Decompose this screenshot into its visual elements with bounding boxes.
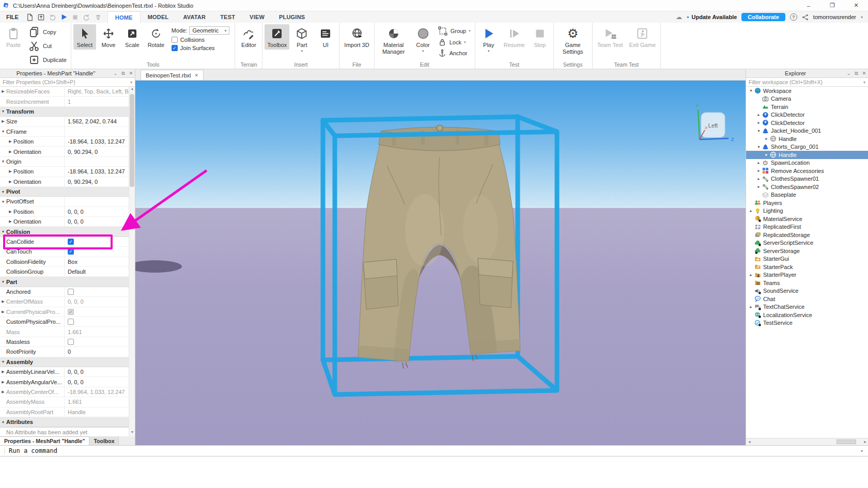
anchor-button[interactable]: Anchor bbox=[438, 49, 471, 58]
rotate-button[interactable]: Rotate bbox=[145, 24, 167, 50]
part-button[interactable]: Part▾ bbox=[290, 24, 313, 54]
chevron-right-icon[interactable]: ▶ bbox=[7, 169, 13, 174]
property-row-mass[interactable]: Mass1.661 bbox=[0, 327, 129, 337]
property-row-resizeablefaces[interactable]: ▶ResizeableFacesRight, Top, Back, Left, … bbox=[0, 87, 129, 97]
chevron-right-icon[interactable]: ▶ bbox=[7, 180, 13, 184]
filter-caret-icon[interactable]: ▾ bbox=[863, 80, 865, 85]
document-icon[interactable] bbox=[25, 12, 35, 22]
chevron-right-icon[interactable]: ▶ bbox=[0, 310, 6, 314]
filter-caret-icon[interactable]: ▾ bbox=[130, 80, 132, 85]
chevron-down-icon[interactable]: ▼ bbox=[0, 230, 6, 233]
scale-button[interactable]: Scale bbox=[121, 24, 144, 50]
maximize-icon[interactable]: ❐ bbox=[820, 0, 844, 11]
unchecked-checkbox-icon[interactable] bbox=[68, 289, 74, 295]
property-section-attributes[interactable]: ▼Attributes bbox=[0, 417, 129, 427]
panel-close-icon[interactable]: ✕ bbox=[127, 71, 135, 76]
chevron-down-icon[interactable]: ▾ bbox=[756, 145, 762, 149]
panel-collapse-icon[interactable]: ⌄ bbox=[845, 71, 853, 76]
user-menu-caret-icon[interactable]: ▾ bbox=[861, 15, 863, 20]
chevron-right-icon[interactable]: ▸ bbox=[756, 113, 762, 117]
play-icon[interactable] bbox=[59, 12, 69, 22]
color-button[interactable]: Color▾ bbox=[412, 24, 435, 54]
scroll-down-icon[interactable]: ▼ bbox=[129, 430, 135, 436]
update-available-label[interactable]: Update Available bbox=[692, 14, 737, 20]
copy-button[interactable]: Copy bbox=[28, 26, 67, 38]
tree-item-serverstorage[interactable]: ServerStorage bbox=[746, 247, 868, 255]
redo-icon[interactable] bbox=[48, 12, 58, 22]
chevron-right-icon[interactable]: ▸ bbox=[748, 273, 754, 277]
bottom-tab-toolbox[interactable]: Toolbox bbox=[89, 436, 119, 445]
chevron-right-icon[interactable]: ▸ bbox=[748, 305, 754, 309]
property-section-assembly[interactable]: ▼Assembly bbox=[0, 357, 129, 367]
property-row-currentphysicalpro-[interactable]: ▶CurrentPhysicalPro...✓ bbox=[0, 307, 129, 317]
scroll-left-icon[interactable]: ◂ bbox=[746, 438, 753, 445]
tree-item-replicatedfirst[interactable]: ReplicatedFirst bbox=[746, 223, 868, 231]
property-row-assemblylinearvel-[interactable]: ▶AssemblyLinearVel...0, 0, 0 bbox=[0, 367, 129, 377]
chevron-down-icon[interactable]: ▼ bbox=[0, 109, 6, 113]
ui-button[interactable]: UI bbox=[314, 24, 337, 50]
join-surfaces-checkbox[interactable]: ✓Join Surfaces bbox=[172, 45, 230, 51]
scroll-up-icon[interactable]: ▲ bbox=[129, 87, 135, 93]
tree-item-materialservice[interactable]: MaterialService bbox=[746, 215, 868, 223]
share-icon[interactable] bbox=[802, 14, 809, 21]
resume-button[interactable]: Resume bbox=[501, 24, 528, 50]
chevron-down-icon[interactable]: ▾ bbox=[748, 88, 754, 93]
tree-item-testservice[interactable]: TestService bbox=[746, 319, 868, 327]
property-row-assemblyangularve-[interactable]: ▶AssemblyAngularVe...0, 0, 0 bbox=[0, 377, 129, 387]
scrollbar-thumb[interactable] bbox=[836, 439, 856, 444]
tree-item-clickdetector[interactable]: ▸ClickDetector bbox=[746, 111, 868, 119]
chevron-down-icon[interactable]: ▼ bbox=[0, 190, 6, 194]
chevron-right-icon[interactable]: ▶ bbox=[0, 390, 6, 394]
tab-view[interactable]: VIEW bbox=[242, 11, 272, 23]
chevron-right-icon[interactable]: ▶ bbox=[0, 300, 6, 304]
document-tab[interactable]: BeinopenTest.rbxl ✕ bbox=[141, 70, 204, 80]
tree-item-remove-accessories[interactable]: ▸Remove Accessories bbox=[746, 167, 868, 175]
tree-item-starterplayer[interactable]: ▸StarterPlayer bbox=[746, 271, 868, 279]
checked-checkbox-icon[interactable]: ✓ bbox=[172, 45, 178, 51]
property-section-pivot[interactable]: ▼Pivot bbox=[0, 187, 129, 197]
chevron-right-icon[interactable]: ▶ bbox=[7, 219, 13, 224]
toolbox-button[interactable]: Toolbox bbox=[265, 24, 289, 50]
chevron-right-icon[interactable]: ▸ bbox=[756, 161, 762, 165]
tree-item-starterpack[interactable]: StarterPack bbox=[746, 263, 868, 271]
tree-item-teams[interactable]: Teams bbox=[746, 279, 868, 287]
tab-test[interactable]: TEST bbox=[213, 11, 242, 23]
properties-scrollbar[interactable]: ▲ ▼ bbox=[129, 87, 135, 436]
command-bar-caret-icon[interactable]: ▾ bbox=[861, 449, 868, 453]
scroll-right-icon[interactable]: ▸ bbox=[862, 438, 868, 445]
property-row-centerofmass[interactable]: ▶CenterOfMass0, 0, 0 bbox=[0, 297, 129, 307]
property-row-size[interactable]: ▶Size1.562, 2.042, 0.744 bbox=[0, 117, 129, 127]
select-button[interactable]: Select bbox=[73, 24, 96, 50]
checked-checkbox-icon[interactable]: ✓ bbox=[68, 248, 74, 255]
property-row-origin[interactable]: ▼Origin bbox=[0, 157, 129, 167]
unchecked-checkbox-icon[interactable] bbox=[68, 319, 74, 325]
close-icon[interactable]: ✕ bbox=[844, 0, 868, 11]
chevron-right-icon[interactable]: ▸ bbox=[748, 209, 754, 213]
tree-item-lighting[interactable]: ▸Lighting bbox=[746, 207, 868, 215]
property-row-collisiongroup[interactable]: CollisionGroupDefault bbox=[0, 267, 129, 277]
property-section-transform[interactable]: ▼Transform bbox=[0, 107, 129, 117]
property-row-orientation[interactable]: ▶Orientation0, 90.294, 0 bbox=[0, 177, 129, 187]
tree-item-workspace[interactable]: ▾Workspace bbox=[746, 87, 868, 95]
tree-item-jacket-hoodie-001[interactable]: ▾Jacket_Hoodie_001 bbox=[746, 127, 868, 135]
tree-item-replicatedstorage[interactable]: ReplicatedStorage bbox=[746, 231, 868, 239]
panel-undock-icon[interactable]: ⧉ bbox=[119, 71, 127, 76]
property-row-rootpriority[interactable]: RootPriority0 bbox=[0, 347, 129, 357]
tree-item-camera[interactable]: Camera bbox=[746, 95, 868, 103]
scrollbar-thumb[interactable] bbox=[130, 94, 134, 187]
drag-grip-icon[interactable]: ⋮ bbox=[0, 448, 9, 454]
chevron-right-icon[interactable]: ▸ bbox=[764, 136, 769, 141]
help-icon[interactable]: ? bbox=[790, 13, 797, 21]
editor-button[interactable]: Editor bbox=[237, 24, 260, 50]
view-cube[interactable]: Left X Y Z bbox=[695, 103, 734, 142]
chevron-down-icon[interactable]: ▼ bbox=[0, 130, 6, 133]
property-row-position[interactable]: ▶Position-18.964, 1.033, 12.247 bbox=[0, 137, 129, 147]
chevron-right-icon[interactable]: ▶ bbox=[0, 370, 6, 374]
chevron-down-icon[interactable]: ▼ bbox=[0, 360, 6, 364]
chevron-right-icon[interactable]: ▶ bbox=[7, 210, 13, 214]
checked-checkbox-icon[interactable]: ✓ bbox=[68, 239, 74, 245]
chevron-right-icon[interactable]: ▶ bbox=[7, 139, 13, 144]
properties-filter-input[interactable]: Filter Properties (Ctrl+Shift+P) ▾ bbox=[0, 78, 135, 87]
chevron-right-icon[interactable]: ▶ bbox=[7, 150, 13, 154]
property-row-cframe[interactable]: ▼CFrame bbox=[0, 127, 129, 137]
